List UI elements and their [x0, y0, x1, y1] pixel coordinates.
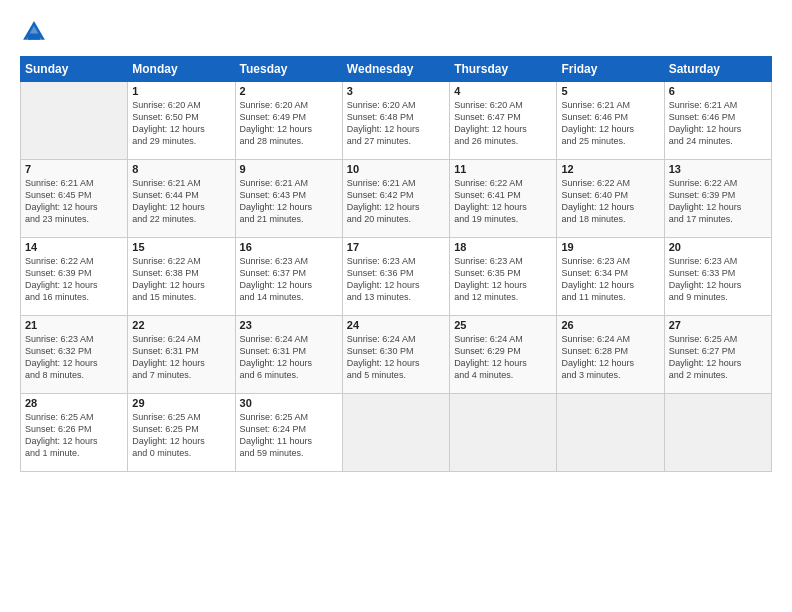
- day-cell: 24Sunrise: 6:24 AM Sunset: 6:30 PM Dayli…: [342, 316, 449, 394]
- day-number: 28: [25, 397, 123, 409]
- day-number: 5: [561, 85, 659, 97]
- day-detail: Sunrise: 6:25 AM Sunset: 6:24 PM Dayligh…: [240, 411, 338, 460]
- day-cell: 18Sunrise: 6:23 AM Sunset: 6:35 PM Dayli…: [450, 238, 557, 316]
- day-number: 7: [25, 163, 123, 175]
- day-detail: Sunrise: 6:24 AM Sunset: 6:28 PM Dayligh…: [561, 333, 659, 382]
- day-detail: Sunrise: 6:21 AM Sunset: 6:44 PM Dayligh…: [132, 177, 230, 226]
- week-row-5: 28Sunrise: 6:25 AM Sunset: 6:26 PM Dayli…: [21, 394, 772, 472]
- week-row-3: 14Sunrise: 6:22 AM Sunset: 6:39 PM Dayli…: [21, 238, 772, 316]
- day-number: 27: [669, 319, 767, 331]
- week-row-4: 21Sunrise: 6:23 AM Sunset: 6:32 PM Dayli…: [21, 316, 772, 394]
- day-detail: Sunrise: 6:20 AM Sunset: 6:47 PM Dayligh…: [454, 99, 552, 148]
- week-row-1: 1Sunrise: 6:20 AM Sunset: 6:50 PM Daylig…: [21, 82, 772, 160]
- day-cell: 15Sunrise: 6:22 AM Sunset: 6:38 PM Dayli…: [128, 238, 235, 316]
- day-number: 8: [132, 163, 230, 175]
- day-detail: Sunrise: 6:23 AM Sunset: 6:33 PM Dayligh…: [669, 255, 767, 304]
- day-number: 17: [347, 241, 445, 253]
- day-detail: Sunrise: 6:24 AM Sunset: 6:31 PM Dayligh…: [132, 333, 230, 382]
- day-cell: 3Sunrise: 6:20 AM Sunset: 6:48 PM Daylig…: [342, 82, 449, 160]
- header-cell-wednesday: Wednesday: [342, 57, 449, 82]
- day-detail: Sunrise: 6:24 AM Sunset: 6:30 PM Dayligh…: [347, 333, 445, 382]
- day-cell: 20Sunrise: 6:23 AM Sunset: 6:33 PM Dayli…: [664, 238, 771, 316]
- day-cell: 4Sunrise: 6:20 AM Sunset: 6:47 PM Daylig…: [450, 82, 557, 160]
- header-cell-friday: Friday: [557, 57, 664, 82]
- day-cell: 2Sunrise: 6:20 AM Sunset: 6:49 PM Daylig…: [235, 82, 342, 160]
- day-cell: 29Sunrise: 6:25 AM Sunset: 6:25 PM Dayli…: [128, 394, 235, 472]
- day-number: 21: [25, 319, 123, 331]
- day-number: 24: [347, 319, 445, 331]
- day-number: 1: [132, 85, 230, 97]
- day-number: 16: [240, 241, 338, 253]
- day-number: 26: [561, 319, 659, 331]
- day-cell: 5Sunrise: 6:21 AM Sunset: 6:46 PM Daylig…: [557, 82, 664, 160]
- logo-icon: [20, 18, 48, 46]
- header-cell-monday: Monday: [128, 57, 235, 82]
- day-number: 13: [669, 163, 767, 175]
- day-cell: [450, 394, 557, 472]
- header-cell-tuesday: Tuesday: [235, 57, 342, 82]
- day-cell: 1Sunrise: 6:20 AM Sunset: 6:50 PM Daylig…: [128, 82, 235, 160]
- day-cell: 21Sunrise: 6:23 AM Sunset: 6:32 PM Dayli…: [21, 316, 128, 394]
- day-cell: 11Sunrise: 6:22 AM Sunset: 6:41 PM Dayli…: [450, 160, 557, 238]
- day-number: 30: [240, 397, 338, 409]
- header-row: SundayMondayTuesdayWednesdayThursdayFrid…: [21, 57, 772, 82]
- day-cell: 19Sunrise: 6:23 AM Sunset: 6:34 PM Dayli…: [557, 238, 664, 316]
- day-cell: 13Sunrise: 6:22 AM Sunset: 6:39 PM Dayli…: [664, 160, 771, 238]
- day-number: 11: [454, 163, 552, 175]
- day-detail: Sunrise: 6:23 AM Sunset: 6:35 PM Dayligh…: [454, 255, 552, 304]
- day-detail: Sunrise: 6:23 AM Sunset: 6:36 PM Dayligh…: [347, 255, 445, 304]
- day-detail: Sunrise: 6:20 AM Sunset: 6:50 PM Dayligh…: [132, 99, 230, 148]
- day-detail: Sunrise: 6:21 AM Sunset: 6:46 PM Dayligh…: [561, 99, 659, 148]
- day-detail: Sunrise: 6:20 AM Sunset: 6:49 PM Dayligh…: [240, 99, 338, 148]
- day-cell: [664, 394, 771, 472]
- header-cell-thursday: Thursday: [450, 57, 557, 82]
- day-cell: 28Sunrise: 6:25 AM Sunset: 6:26 PM Dayli…: [21, 394, 128, 472]
- day-detail: Sunrise: 6:22 AM Sunset: 6:39 PM Dayligh…: [669, 177, 767, 226]
- day-detail: Sunrise: 6:21 AM Sunset: 6:45 PM Dayligh…: [25, 177, 123, 226]
- day-number: 6: [669, 85, 767, 97]
- day-cell: 16Sunrise: 6:23 AM Sunset: 6:37 PM Dayli…: [235, 238, 342, 316]
- day-detail: Sunrise: 6:21 AM Sunset: 6:42 PM Dayligh…: [347, 177, 445, 226]
- day-detail: Sunrise: 6:23 AM Sunset: 6:37 PM Dayligh…: [240, 255, 338, 304]
- day-cell: 25Sunrise: 6:24 AM Sunset: 6:29 PM Dayli…: [450, 316, 557, 394]
- day-number: 20: [669, 241, 767, 253]
- day-cell: 26Sunrise: 6:24 AM Sunset: 6:28 PM Dayli…: [557, 316, 664, 394]
- day-number: 9: [240, 163, 338, 175]
- calendar-body: 1Sunrise: 6:20 AM Sunset: 6:50 PM Daylig…: [21, 82, 772, 472]
- day-number: 3: [347, 85, 445, 97]
- day-cell: 30Sunrise: 6:25 AM Sunset: 6:24 PM Dayli…: [235, 394, 342, 472]
- calendar-table: SundayMondayTuesdayWednesdayThursdayFrid…: [20, 56, 772, 472]
- day-cell: 22Sunrise: 6:24 AM Sunset: 6:31 PM Dayli…: [128, 316, 235, 394]
- logo: [20, 18, 52, 46]
- day-number: 29: [132, 397, 230, 409]
- svg-rect-2: [28, 34, 40, 40]
- day-number: 23: [240, 319, 338, 331]
- day-cell: [342, 394, 449, 472]
- day-number: 19: [561, 241, 659, 253]
- day-cell: [21, 82, 128, 160]
- week-row-2: 7Sunrise: 6:21 AM Sunset: 6:45 PM Daylig…: [21, 160, 772, 238]
- day-detail: Sunrise: 6:23 AM Sunset: 6:34 PM Dayligh…: [561, 255, 659, 304]
- day-cell: 12Sunrise: 6:22 AM Sunset: 6:40 PM Dayli…: [557, 160, 664, 238]
- day-cell: 6Sunrise: 6:21 AM Sunset: 6:46 PM Daylig…: [664, 82, 771, 160]
- page: SundayMondayTuesdayWednesdayThursdayFrid…: [0, 0, 792, 612]
- day-cell: 17Sunrise: 6:23 AM Sunset: 6:36 PM Dayli…: [342, 238, 449, 316]
- day-cell: 8Sunrise: 6:21 AM Sunset: 6:44 PM Daylig…: [128, 160, 235, 238]
- day-number: 2: [240, 85, 338, 97]
- day-detail: Sunrise: 6:21 AM Sunset: 6:46 PM Dayligh…: [669, 99, 767, 148]
- day-detail: Sunrise: 6:23 AM Sunset: 6:32 PM Dayligh…: [25, 333, 123, 382]
- day-cell: 14Sunrise: 6:22 AM Sunset: 6:39 PM Dayli…: [21, 238, 128, 316]
- day-detail: Sunrise: 6:22 AM Sunset: 6:41 PM Dayligh…: [454, 177, 552, 226]
- day-detail: Sunrise: 6:25 AM Sunset: 6:25 PM Dayligh…: [132, 411, 230, 460]
- calendar-header: SundayMondayTuesdayWednesdayThursdayFrid…: [21, 57, 772, 82]
- day-detail: Sunrise: 6:24 AM Sunset: 6:29 PM Dayligh…: [454, 333, 552, 382]
- day-number: 14: [25, 241, 123, 253]
- day-cell: 7Sunrise: 6:21 AM Sunset: 6:45 PM Daylig…: [21, 160, 128, 238]
- day-detail: Sunrise: 6:24 AM Sunset: 6:31 PM Dayligh…: [240, 333, 338, 382]
- header-cell-saturday: Saturday: [664, 57, 771, 82]
- day-detail: Sunrise: 6:20 AM Sunset: 6:48 PM Dayligh…: [347, 99, 445, 148]
- day-detail: Sunrise: 6:21 AM Sunset: 6:43 PM Dayligh…: [240, 177, 338, 226]
- day-number: 10: [347, 163, 445, 175]
- day-detail: Sunrise: 6:25 AM Sunset: 6:26 PM Dayligh…: [25, 411, 123, 460]
- day-detail: Sunrise: 6:22 AM Sunset: 6:38 PM Dayligh…: [132, 255, 230, 304]
